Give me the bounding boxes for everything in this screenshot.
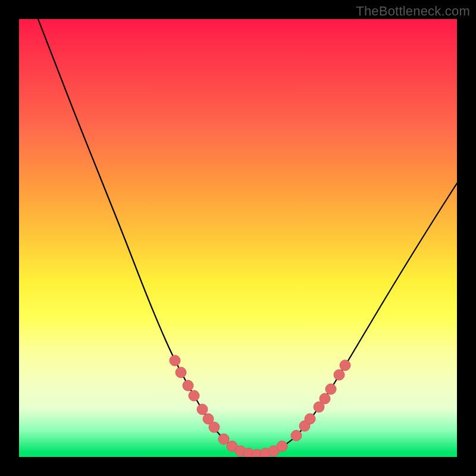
watermark-label: TheBottleneck.com — [356, 4, 470, 19]
data-marker — [268, 446, 279, 456]
data-marker — [291, 430, 302, 441]
data-marker — [183, 380, 193, 391]
data-marker — [314, 402, 324, 412]
data-marker — [243, 448, 254, 457]
data-marker — [340, 360, 350, 371]
data-marker — [277, 441, 287, 452]
data-marker — [203, 414, 214, 424]
chart-frame: TheBottleneck.com — [0, 0, 476, 476]
data-marker — [197, 404, 208, 415]
data-markers — [170, 355, 350, 457]
data-marker — [320, 393, 330, 404]
data-marker — [299, 421, 310, 431]
data-marker — [170, 355, 180, 366]
data-marker — [260, 448, 271, 457]
data-marker — [325, 384, 336, 394]
data-marker — [218, 434, 229, 444]
data-marker — [252, 449, 262, 457]
data-marker — [176, 367, 186, 378]
data-marker — [189, 390, 199, 401]
bottleneck-curve — [38, 19, 457, 455]
data-marker — [235, 446, 246, 456]
data-marker — [227, 441, 237, 452]
chart-svg — [19, 19, 457, 457]
data-marker — [334, 369, 345, 380]
data-marker — [209, 422, 220, 433]
data-marker — [305, 414, 315, 424]
plot-area — [19, 19, 457, 457]
